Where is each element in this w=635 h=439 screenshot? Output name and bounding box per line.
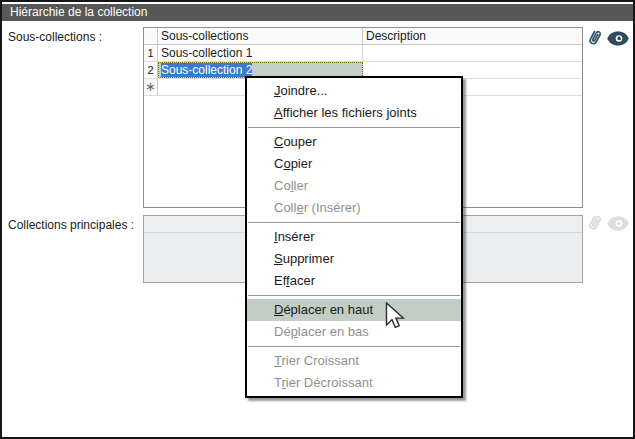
menu-item-coller-inserer: Coller (Insérer) [247, 197, 461, 219]
new-row-glyph: ∗ [144, 79, 158, 95]
menu-separator [248, 222, 460, 223]
grid-actions [585, 28, 629, 48]
menu-separator [248, 295, 460, 296]
sub-collections-label: Sous-collections : [8, 30, 102, 44]
menu-item-supprimer[interactable]: Supprimer [247, 248, 461, 270]
context-menu: Joindre...Afficher les fichiers jointsCo… [245, 76, 463, 398]
mouse-cursor [385, 302, 407, 332]
column-header-sous-collections[interactable]: Sous-collections [158, 28, 363, 44]
table-row[interactable]: 1Sous-collection 1 [144, 45, 582, 62]
menu-item-effacer[interactable]: Effacer [247, 270, 461, 292]
selected-cell-text: Sous-collection 2 [161, 63, 252, 77]
cell-sous-collection[interactable]: Sous-collection 1 [158, 45, 363, 61]
menu-item-trier-croissant: Trier Croissant [247, 350, 461, 372]
menu-item-trier-decroissant: Trier Décroissant [247, 372, 461, 394]
row-selector[interactable]: 1 [144, 45, 158, 61]
row-selector-header[interactable] [144, 28, 158, 44]
grid-header-row: Sous-collections Description [144, 28, 582, 45]
group-title: Hiérarchie de la collection [10, 5, 147, 19]
grid-actions-disabled [585, 213, 629, 233]
paperclip-icon[interactable] [585, 28, 605, 48]
menu-item-deplacer-en-haut[interactable]: Déplacer en haut [247, 299, 461, 321]
menu-item-joindre[interactable]: Joindre... [247, 80, 461, 102]
menu-item-copier[interactable]: Copier [247, 153, 461, 175]
group-header: Hiérarchie de la collection [2, 4, 633, 21]
column-header-description[interactable]: Description [363, 28, 582, 44]
menu-separator [248, 346, 460, 347]
menu-item-coller: Coller [247, 175, 461, 197]
eye-icon[interactable] [607, 31, 629, 46]
paperclip-icon-disabled [585, 213, 605, 233]
row-selector[interactable]: 2 [144, 62, 158, 78]
dialog-hierarchy-panel: Hiérarchie de la collection Sous-collect… [0, 0, 635, 439]
menu-item-couper[interactable]: Couper [247, 131, 461, 153]
menu-separator [248, 127, 460, 128]
menu-item-deplacer-en-bas: Déplacer en bas [247, 321, 461, 343]
menu-item-inserer[interactable]: Insérer [247, 226, 461, 248]
cell-description[interactable] [363, 45, 582, 61]
menu-item-afficher-les-fichiers-joints[interactable]: Afficher les fichiers joints [247, 102, 461, 124]
eye-icon-disabled [607, 216, 629, 231]
main-collections-label: Collections principales : [8, 218, 134, 232]
